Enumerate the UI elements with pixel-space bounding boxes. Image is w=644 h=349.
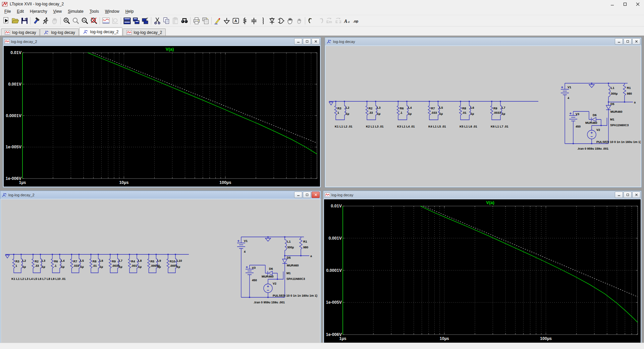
toolbar-capacitor-button[interactable] <box>249 16 258 25</box>
schematic-icon <box>44 30 49 35</box>
child-close-button[interactable] <box>632 192 640 198</box>
menu-edit[interactable]: Edit <box>14 8 27 14</box>
child-minimize-button[interactable] <box>615 192 623 198</box>
tab-log-log-decay-1[interactable]: log-log decay <box>40 29 78 36</box>
tab-log-log-decay-2-2[interactable]: log-log decay_2 <box>79 28 122 36</box>
menu-hierarchy[interactable]: Hierarchy <box>27 8 50 14</box>
child-restore-button[interactable] <box>303 192 311 198</box>
svg-text:.33: .33 <box>35 264 39 267</box>
svg-text:0.01V: 0.01V <box>331 204 342 208</box>
schematic-canvas-decay[interactable]: R31L21µK1 L1 L2 .01R2.33L31µK2 L1 L3 .01… <box>326 46 641 187</box>
toolbar-zoom-out-button[interactable] <box>80 16 89 25</box>
mdi-workspace: log-log decay_2 0.01V0.001V0.0001V1e-005… <box>0 36 644 343</box>
svg-text:V(a): V(a) <box>486 200 494 205</box>
toolbar-run-button[interactable] <box>2 16 11 25</box>
child-minimize-button[interactable] <box>294 192 302 198</box>
tab-log-log-decay-2-3[interactable]: log-log decay_2 <box>123 29 166 36</box>
svg-text:M1: M1 <box>286 271 291 275</box>
toolbar-open-button[interactable] <box>11 16 20 25</box>
close-button[interactable] <box>631 0 644 8</box>
menu-help[interactable]: Help <box>122 8 137 14</box>
toolbar-wire-button[interactable] <box>213 16 222 25</box>
toolbar-halt-button[interactable] <box>41 16 50 25</box>
menu-simulate[interactable]: Simulate <box>65 8 87 14</box>
toolbar-plot-settings-button[interactable] <box>101 16 110 25</box>
main-titlebar[interactable]: LTspice XVII - log-log decay_2 <box>0 0 644 8</box>
toolbar-ground-button[interactable] <box>222 16 231 25</box>
toolbar-resistor-button[interactable] <box>240 16 249 25</box>
child-minimize-button[interactable] <box>294 38 302 45</box>
svg-text:1µ: 1µ <box>177 265 180 268</box>
svg-text:MUR460: MUR460 <box>610 110 623 113</box>
toolbar-print-preview-button[interactable] <box>201 16 210 25</box>
svg-text:0.001V: 0.001V <box>8 82 21 87</box>
svg-text:980: 980 <box>627 92 632 95</box>
toolbar-diode-button[interactable] <box>267 16 276 25</box>
menu-view[interactable]: View <box>50 8 65 14</box>
toolbar-drag-button[interactable] <box>294 16 304 25</box>
toolbar-text-button[interactable]: Aa <box>343 16 352 25</box>
child-titlebar[interactable]: log-log decay_2 <box>0 191 321 199</box>
svg-text:Em: Em <box>326 20 332 24</box>
toolbar-inductor-button[interactable] <box>258 16 267 25</box>
toolbar-zoom-in-button[interactable] <box>62 16 71 25</box>
child-close-button[interactable] <box>632 38 640 45</box>
maximize-button[interactable] <box>619 0 631 8</box>
statusbar <box>0 343 644 349</box>
toolbar-separator <box>305 17 305 24</box>
waveform-plot-decay2[interactable]: 0.01V0.001V0.0001V1e-005V1e-006V1µs10µs1… <box>4 46 320 187</box>
toolbar-control-panel-button[interactable] <box>32 16 41 25</box>
mdi-window-schematic-decay[interactable]: log-log decay R31L21µK1 L1 L2 .01R2.33L3… <box>325 37 642 188</box>
menu-file[interactable]: File <box>1 8 14 14</box>
toolbar-spice-directive-button[interactable]: .op <box>352 16 361 25</box>
child-restore-button[interactable] <box>303 38 311 45</box>
svg-text:R4: R4 <box>131 260 135 263</box>
schematic-canvas-decay2[interactable]: R31L21µR2.33L31µR6.1L41µR7.033L51µR8.01L… <box>1 199 320 343</box>
waveform-plot-decay[interactable]: 0.01V0.001V0.0001V1e-005V1e-006V1µs10µs1… <box>324 199 641 343</box>
svg-text:4: 4 <box>568 96 569 100</box>
toolbar-save-button[interactable] <box>20 16 29 25</box>
child-titlebar[interactable]: log-log decay <box>323 191 641 199</box>
toolbar-tile-horizontal-button[interactable] <box>122 16 131 25</box>
svg-text:R9: R9 <box>112 260 116 263</box>
svg-text:SPA11N60C3: SPA11N60C3 <box>286 277 305 281</box>
toolbar-zoom-full-button[interactable] <box>89 16 98 25</box>
child-restore-button[interactable] <box>624 38 632 45</box>
toolbar-undo-button[interactable] <box>307 16 316 25</box>
svg-text:L4: L4 <box>408 106 412 109</box>
svg-text:D5: D5 <box>287 256 291 259</box>
svg-text:L3: L3 <box>42 259 46 262</box>
toolbar-move-button[interactable] <box>285 16 294 25</box>
svg-text:1µ: 1µ <box>22 265 26 268</box>
mdi-window-plot-decay2[interactable]: log-log decay_2 0.01V0.001V0.0001V1e-005… <box>3 37 321 188</box>
mdi-window-schematic-decay2[interactable]: log-log decay_2 R31L21µR2.33L31µR6.1L41µ… <box>0 191 321 344</box>
svg-text:K4 L1 L5 .01: K4 L1 L5 .01 <box>428 125 446 128</box>
menu-window[interactable]: Window <box>102 8 122 14</box>
toolbar-print-button[interactable] <box>192 16 201 25</box>
svg-text:MUR460: MUR460 <box>287 264 299 267</box>
toolbar-tile-vertical-button[interactable] <box>131 16 141 25</box>
svg-text:L3: L3 <box>377 106 381 109</box>
child-close-button[interactable] <box>312 192 320 198</box>
toolbar-net-label-button[interactable]: A <box>231 16 240 25</box>
tab-label: log-log decay_2 <box>90 30 119 34</box>
toolbar-component-button[interactable] <box>276 16 285 25</box>
svg-text:1µ: 1µ <box>42 265 45 268</box>
toolbar-cascade-button[interactable] <box>141 16 150 25</box>
svg-text:1µ: 1µ <box>439 112 443 115</box>
toolbar-copy-button[interactable] <box>162 16 171 25</box>
child-minimize-button[interactable] <box>615 38 623 45</box>
minimize-button[interactable] <box>606 0 619 8</box>
window-title: LTspice XVII - log-log decay_2 <box>10 2 64 6</box>
tab-log-log-decay-0[interactable]: log-log decay <box>1 29 40 36</box>
child-close-button[interactable] <box>312 38 320 45</box>
svg-text:L5: L5 <box>439 106 443 109</box>
toolbar-find-button[interactable] <box>180 16 189 25</box>
toolbar-cut-button[interactable] <box>153 16 162 25</box>
child-titlebar[interactable]: log-log decay_2 <box>3 38 321 45</box>
toolbar-mirror-button: Em <box>325 16 334 25</box>
menu-tools[interactable]: Tools <box>87 8 102 14</box>
child-restore-button[interactable] <box>624 192 632 198</box>
mdi-window-plot-decay[interactable]: log-log decay 0.01V0.001V0.0001V1e-005V1… <box>323 191 642 344</box>
child-titlebar[interactable]: log-log decay <box>325 38 641 45</box>
